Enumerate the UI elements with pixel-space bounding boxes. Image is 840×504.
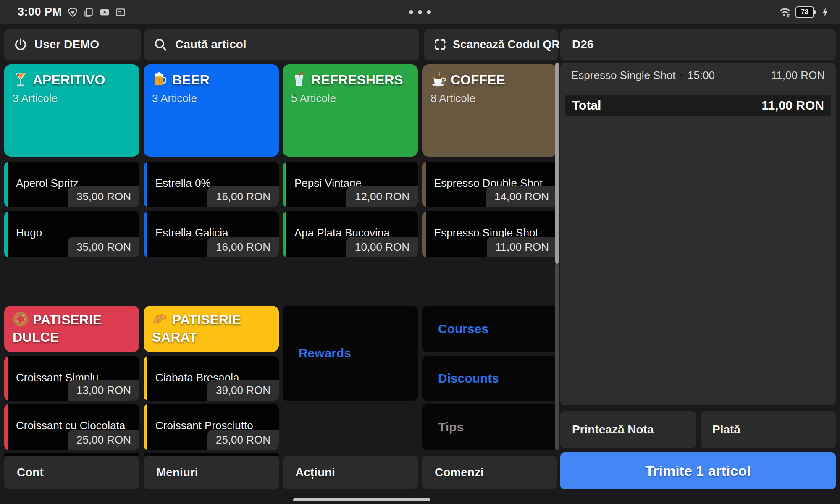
order-line-item[interactable]: Espresso Single Shot•15:00 11,00 RON [560,63,836,87]
category-tile-patiserie-dulce[interactable]: PATISERIE DULCE [4,306,139,352]
nav-label: Meniuri [156,466,198,479]
item-price: 12,00 RON [346,186,418,207]
item-card-ciabata-bresaola[interactable]: Ciabata Bresaola 39,00 RON [144,356,279,401]
search-bar[interactable] [144,29,419,60]
item-card-croissant-prosciutto[interactable]: Croissant Prosciutto 25,00 RON [144,404,279,450]
category-color-stripe [4,404,8,450]
category-tile-refreshers[interactable]: REFRESHERS 5 Articole [283,64,418,157]
item-price: 10,00 RON [346,237,418,257]
category-name: REFRESHERS [311,72,403,87]
category-color-stripe [283,162,286,207]
order-id-header: D26 [560,29,836,60]
youtube-icon [99,7,110,18]
category-tile-patiserie-sarat[interactable]: PATISERIE SARAT [144,306,279,352]
camera-cutout-dots [0,0,840,24]
item-card-hugo[interactable]: Hugo 35,00 RON [4,211,139,257]
croissant-icon [152,311,168,327]
order-item-price: 11,00 RON [771,69,825,82]
category-color-stripe [283,211,286,257]
category-color-stripe [144,404,147,450]
status-bar: 3:00 PM 78 [0,0,840,24]
order-line-text: Espresso Single Shot•15:00 [571,69,715,82]
scan-qr-label: Scanează Codul QR [453,38,560,51]
item-card-partial[interactable] [144,453,279,456]
item-card-croissant-ciocolata[interactable]: Croissant cu Ciocolata 25,00 RON [4,404,139,450]
category-count: 3 Articole [152,92,272,105]
courses-card[interactable]: Courses [422,306,557,352]
user-button[interactable]: User DEMO [4,29,141,60]
category-tile-coffee[interactable]: COFFEE 8 Articole [422,64,557,157]
category-color-stripe [422,162,426,207]
send-items-label: Trimite 1 articol [645,463,751,479]
total-value: 11,00 RON [762,98,824,113]
scrollbar-thumb[interactable] [555,63,559,264]
pos-app-screen: 3:00 PM 78 [0,0,840,504]
power-icon [13,37,28,52]
clock: 3:00 PM [18,5,62,18]
order-id: D26 [572,38,593,51]
print-receipt-label: Printează Nota [572,423,654,436]
search-icon [153,37,168,52]
scrollbar-track[interactable] [555,264,559,450]
qr-scan-icon [433,38,447,51]
nav-comenzi-button[interactable]: Comenzi [422,456,557,489]
item-card-estrella-galicia[interactable]: Estrella Galicia 16,00 RON [144,211,279,257]
item-card-espresso-single[interactable]: Espresso Single Shot 11,00 RON [422,211,557,257]
nav-meniuri-button[interactable]: Meniuri [144,456,279,489]
category-tile-beer[interactable]: BEER 3 Articole [144,64,279,157]
category-color-stripe [4,211,8,257]
category-tile-aperitivo[interactable]: APERITIVO 3 Articole [4,64,139,157]
pay-button[interactable]: Plată [701,411,836,448]
item-price: 13,00 RON [68,380,139,401]
category-color-stripe [422,211,426,257]
nav-cont-button[interactable]: Cont [4,456,139,489]
beer-icon [152,71,168,87]
item-price: 39,00 RON [207,380,279,401]
item-card-estrella-0[interactable]: Estrella 0% 16,00 RON [144,162,279,207]
item-price: 25,00 RON [207,430,279,450]
category-color-stripe [4,162,8,207]
search-input[interactable] [174,37,410,52]
item-card-apa-plata[interactable]: Apa Plata Bucovina 10,00 RON [283,211,418,257]
order-item-time: 15:00 [688,69,715,81]
charging-bolt-icon [820,7,831,18]
category-name: COFFEE [451,72,505,87]
total-label: Total [572,98,601,113]
multi-window-icon [83,7,94,18]
category-color-stripe [144,356,147,401]
category-count: 5 Articole [291,92,411,105]
courses-label: Courses [438,322,488,336]
item-name: Estrella 0% [155,177,211,190]
order-item-name: Espresso Single Shot [571,69,676,81]
item-card-pepsi-vintage[interactable]: Pepsi Vintage 12,00 RON [283,162,418,207]
total-row: Total 11,00 RON [565,95,831,116]
nav-actiuni-button[interactable]: Acțiuni [283,456,418,489]
rewards-card[interactable]: Rewards [283,306,418,401]
home-indicator-handle[interactable] [293,498,430,501]
item-price: 16,00 RON [207,237,279,257]
item-card-partial[interactable] [4,453,139,456]
discounts-label: Discounts [438,371,499,386]
item-price: 14,00 RON [486,186,557,207]
send-items-button[interactable]: Trimite 1 articol [560,452,836,489]
tips-label: Tips [438,420,464,434]
user-button-label: User DEMO [34,38,99,51]
tips-card[interactable]: Tips [422,404,557,450]
discounts-card[interactable]: Discounts [422,356,557,401]
wifi-icon [779,6,791,18]
donut-icon [13,311,29,327]
nav-label: Comenzi [435,466,484,479]
dot-separator-icon: • [680,70,683,81]
print-receipt-button[interactable]: Printează Nota [560,411,696,448]
scan-qr-button[interactable]: Scanează Codul QR [424,29,558,60]
item-price: 11,00 RON [487,237,557,257]
battery-icon: 78 [795,6,816,18]
rewards-label: Rewards [299,346,351,360]
item-card-espresso-double[interactable]: Espresso Double Shot 14,00 RON [422,162,557,207]
sim-toolkit-icon [115,7,126,18]
item-card-aperol-spritz[interactable]: Aperol Spritz 35,00 RON [4,162,139,207]
category-name: APERITIVO [33,72,105,87]
item-price: 35,00 RON [68,186,139,207]
cocktail-icon [13,71,29,87]
item-card-croissant-simplu[interactable]: Croissant Simplu 13,00 RON [4,356,139,401]
